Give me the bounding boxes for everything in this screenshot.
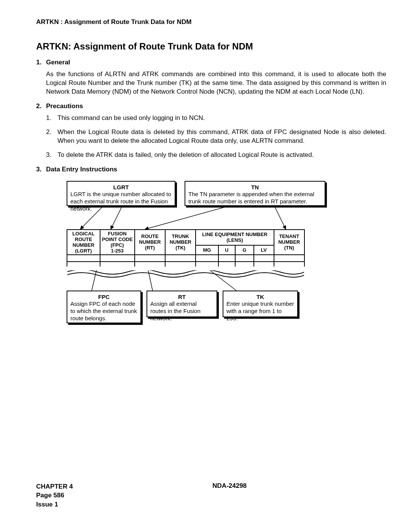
callout-tk: TK Enter unique trunk number with a rang… [223, 291, 298, 317]
callout-text: Assign FPC of each node to which the ext… [70, 300, 137, 322]
page-footer: CHAPTER 4 Page 586 Issue 1 NDA-24298 [36, 482, 386, 509]
list-item-text: To delete the ATRK data is failed, only … [57, 151, 386, 160]
callout-text: The TN parameter is appended when the ex… [188, 191, 322, 205]
callout-tn: TN The TN parameter is appended when the… [185, 181, 325, 206]
callout-title: TK [226, 294, 294, 301]
svg-line-3 [274, 206, 286, 229]
callout-text: LGRT is the unique number allocated to e… [70, 191, 172, 212]
callout-title: TN [188, 184, 322, 191]
list-item-text: When the Logical Route data is deleted b… [57, 128, 386, 145]
callout-lgrt: LGRT LGRT is the unique number allocated… [67, 181, 175, 206]
footer-doc: NDA-24298 [36, 482, 386, 490]
list-item-text: This command can be used only logging in… [57, 114, 386, 123]
section-head-general: General [46, 59, 70, 66]
callout-title: RT [150, 294, 213, 301]
section-head-precautions: Precautions [46, 102, 83, 110]
section-number-dei: 3. [36, 166, 46, 173]
th-lgrt: LOGICAL ROUTE NUMBER (LGRT) [67, 230, 100, 255]
page-title: ARTKN: Assignment of Route Trunk Data fo… [36, 41, 386, 52]
th-tk: TRUNK NUMBER (TK) [165, 230, 196, 255]
list-item: 2. When the Logical Route data is delete… [46, 128, 386, 145]
callout-title: LGRT [70, 184, 172, 191]
data-entry-diagram: LGRT LGRT is the unique number allocated… [46, 181, 362, 333]
th-g: G [235, 245, 254, 254]
list-item: 1. This command can be used only logging… [46, 114, 386, 123]
callout-text: Assign all external routes in the Fusion… [150, 300, 213, 322]
param-table: LOGICAL ROUTE NUMBER (LGRT) FUSION POINT… [67, 229, 305, 269]
th-lens: LINE EQUIPMENT NUMBER (LENS) [196, 230, 274, 246]
th-tn: TENANT NUMBER (TN) [274, 230, 304, 255]
precautions-list: 1. This command can be used only logging… [46, 114, 386, 160]
section-number-general: 1. [36, 59, 46, 66]
section-body-general: As the functions of ALRTN and ATRK comma… [46, 70, 386, 96]
footer-issue: Issue 1 [36, 500, 73, 509]
section-number-precautions: 2. [36, 102, 46, 110]
th-rt: ROUTE NUMBER (RT) [135, 230, 165, 255]
footer-chapter: CHAPTER 4 [36, 482, 73, 491]
list-item-number: 2. [46, 128, 57, 145]
callout-rt: RT Assign all external routes in the Fus… [147, 291, 217, 317]
callout-text: Enter unique trunk number with a range f… [226, 300, 294, 322]
table-row [67, 262, 304, 268]
th-u: U [218, 245, 235, 254]
list-item-number: 1. [46, 114, 57, 123]
callout-title: FPC [70, 294, 137, 301]
running-head: ARTKN : Assignment of Route Trunk Data f… [36, 18, 386, 26]
th-fpc: FUSION POINT CODE (FPC) 1-253 [100, 230, 135, 255]
table-row [67, 255, 304, 262]
footer-page: Page 586 [36, 491, 73, 500]
list-item: 3. To delete the ATRK data is failed, on… [46, 151, 386, 160]
callout-fpc: FPC Assign FPC of each node to which the… [67, 291, 141, 323]
th-mg: MG [196, 245, 218, 254]
list-item-number: 3. [46, 151, 57, 160]
section-head-dei: Data Entry Instructions [46, 166, 117, 173]
th-lv: LV [254, 245, 274, 254]
